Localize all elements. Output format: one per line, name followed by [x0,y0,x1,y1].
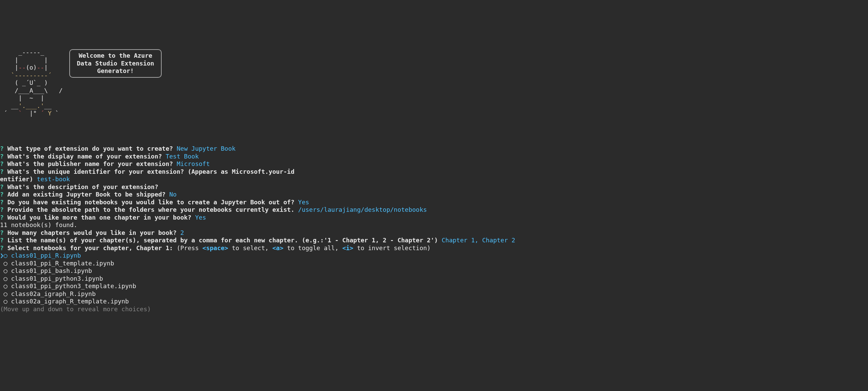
notebook-option[interactable]: ◯ class01_ppi_bash.ipynb [0,267,868,275]
prompt-line: ? What's the unique identifier for your … [0,168,868,176]
prompt-line: entifier) test-book [0,175,868,183]
notebook-option[interactable]: ❯◯ class01_ppi_R.ipynb [0,252,868,260]
footer-hint: (Move up and down to reveal more choices… [0,305,868,313]
notebook-option[interactable]: ◯ class01_ppi_python3_template.ipynb [0,282,868,290]
prompt-line: ? What's the publisher name for your ext… [0,160,868,168]
prompt-line: ? Do you have existing notebooks you wou… [0,199,868,206]
terminal-window: _-----_ | | |--(o)--| `---------´ ( _´U`… [0,31,868,321]
notebook-option[interactable]: ◯ class01_ppi_R_template.ipynb [0,260,868,267]
prompt-line: ? What's the description of your extensi… [0,183,868,191]
prompts-block: ? What type of extension do you want to … [0,145,868,313]
welcome-box: Welcome to the Azure Data Studio Extensi… [69,49,162,78]
prompt-line: ? What's the display name of your extens… [0,153,868,161]
notebook-option[interactable]: ◯ class02a_igraph_R.ipynb [0,290,868,298]
prompt-line: ? What type of extension do you want to … [0,145,868,153]
status-line: 11 notebook(s) found. [0,221,868,229]
notebook-option[interactable]: ◯ class02a_igraph_R_template.ipynb [0,298,868,305]
ascii-logo: _-----_ | | |--(o)--| `---------´ ( _´U`… [0,49,62,117]
notebook-option[interactable]: ◯ class01_ppi_python3.ipynb [0,275,868,283]
header: _-----_ | | |--(o)--| `---------´ ( _´U`… [0,49,868,117]
prompt-line: ? Add an existing Jupyter Book to be shi… [0,191,868,199]
prompt-line: ? List the name(s) of your chapter(s), s… [0,237,868,244]
prompt-line: ? How many chapters would you like in yo… [0,229,868,237]
select-prompt-line: ? Select notebooks for your chapter, Cha… [0,244,868,252]
prompt-line: ? Provide the absolute path to the folde… [0,206,868,214]
prompt-line: ? Would you like more than one chapter i… [0,214,868,222]
